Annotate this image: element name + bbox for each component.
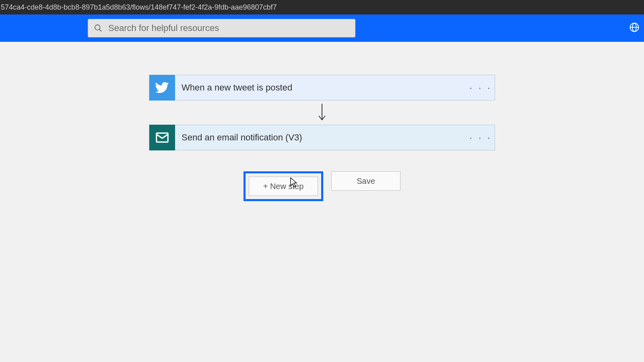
- environment-icon[interactable]: [629, 22, 640, 35]
- app-header: [0, 14, 644, 42]
- action-title: Send an email notification (V3): [175, 132, 466, 143]
- svg-point-0: [95, 25, 100, 30]
- browser-address-bar[interactable]: 574ca4-cde8-4d8b-bcb8-897b1a5d8b63/flows…: [0, 0, 644, 14]
- flow-connector[interactable]: [149, 101, 495, 125]
- button-row: + New step Save: [149, 171, 495, 201]
- twitter-icon: [149, 75, 175, 101]
- highlight-box: + New step: [244, 171, 323, 201]
- mail-icon: [149, 125, 175, 150]
- svg-line-1: [99, 29, 102, 32]
- trigger-title: When a new tweet is posted: [175, 82, 466, 93]
- address-text: 574ca4-cde8-4d8b-bcb8-897b1a5d8b63/flows…: [1, 3, 277, 11]
- trigger-menu-button[interactable]: · · ·: [466, 82, 495, 94]
- save-button[interactable]: Save: [331, 171, 400, 191]
- search-icon: [94, 24, 103, 33]
- search-box[interactable]: [88, 19, 355, 37]
- action-menu-button[interactable]: · · ·: [466, 132, 495, 144]
- flow-canvas: When a new tweet is posted · · · Send an…: [0, 42, 644, 201]
- new-step-button[interactable]: + New step: [249, 177, 318, 196]
- search-input[interactable]: [108, 23, 349, 33]
- action-card[interactable]: Send an email notification (V3) · · ·: [149, 125, 495, 150]
- trigger-card[interactable]: When a new tweet is posted · · ·: [149, 75, 495, 101]
